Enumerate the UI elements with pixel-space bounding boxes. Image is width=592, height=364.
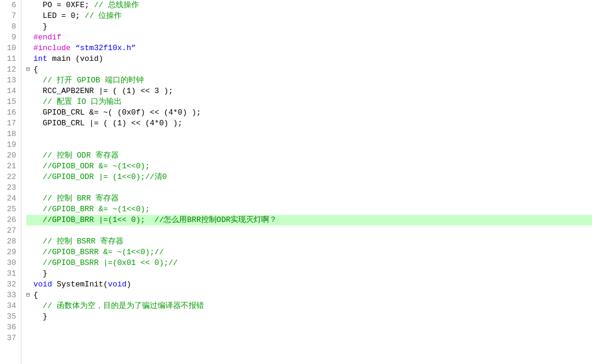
code-line: RCC_APB2ENR |= ( (1) << 3 ); xyxy=(26,86,592,97)
line-number: 22 xyxy=(5,172,16,183)
code-line xyxy=(26,140,592,150)
line-number: 11 xyxy=(5,54,16,64)
line-number: 23 xyxy=(5,183,16,193)
line-number: 36 xyxy=(5,322,16,333)
token: // 控制 ODR 寄存器 xyxy=(43,150,119,161)
code-line xyxy=(26,333,592,344)
token: main (void) xyxy=(47,54,103,64)
line-number: 18 xyxy=(5,129,16,140)
code-line: void SystemInit(void) xyxy=(26,279,592,290)
line-number: 37 xyxy=(5,333,16,344)
code-line: // 控制 ODR 寄存器 xyxy=(26,150,592,161)
line-number: 17 xyxy=(5,118,16,129)
fold-indicator[interactable]: ⊟ xyxy=(26,64,33,75)
token: RCC_APB2ENR |= ( (1) << 3 ); xyxy=(33,86,173,97)
token: LED = 0; xyxy=(33,11,85,21)
line-number: 31 xyxy=(5,269,16,279)
code-line: //GPIOB_ODR &= ~(1<<0); xyxy=(26,161,592,172)
token: PO = 0XFE; xyxy=(33,0,94,11)
fold-indicator[interactable]: ⊟ xyxy=(26,290,33,301)
line-number: 25 xyxy=(5,204,16,215)
code-line xyxy=(26,183,592,193)
code-line: //GPIOB_BSRR &= ~(1<<0);// xyxy=(26,247,592,258)
line-number: 29 xyxy=(5,247,16,258)
code-line xyxy=(26,226,592,236)
token xyxy=(33,150,43,161)
code-line: } xyxy=(26,21,592,32)
token: int xyxy=(33,54,47,64)
token: { xyxy=(33,290,38,301)
line-number: 27 xyxy=(5,226,16,236)
code-line: //GPIOB_BRR |=(1<< 0); //怎么用BRR控制ODR实现灭灯… xyxy=(26,215,592,226)
code-line xyxy=(26,129,592,140)
line-number: 21 xyxy=(5,161,16,172)
code-content[interactable]: PO = 0XFE; // 总线操作 LED = 0; // 位操作 }#end… xyxy=(21,0,592,364)
code-line: //GPIOB_BRR &= ~(1<<0); xyxy=(26,204,592,215)
token xyxy=(33,97,43,107)
line-numbers: 6789101112131415161718192021222324252627… xyxy=(0,0,21,364)
line-number: 24 xyxy=(5,193,16,204)
token: // 函数体为空，目的是为了骗过编译器不报错 xyxy=(43,301,204,311)
code-line: #endif xyxy=(26,32,592,43)
line-number: 20 xyxy=(5,150,16,161)
code-line: // 控制 BRR 寄存器 xyxy=(26,193,592,204)
line-number: 9 xyxy=(5,32,16,43)
token: //GPIOB_BRR |=(1<< 0); //怎么用BRR控制ODR实现灭灯… xyxy=(33,215,277,226)
code-line: PO = 0XFE; // 总线操作 xyxy=(26,0,592,11)
line-number: 7 xyxy=(5,11,16,21)
line-number: 15 xyxy=(5,97,16,107)
code-line xyxy=(26,322,592,333)
code-line: ⊟{ xyxy=(26,290,592,301)
line-number: 14 xyxy=(5,86,16,97)
line-number: 6 xyxy=(5,0,16,11)
line-number: 30 xyxy=(5,258,16,269)
token: void xyxy=(33,279,52,290)
line-number: 35 xyxy=(5,311,16,322)
code-line: //GPIOB_ODR |= (1<<0);//清0 xyxy=(26,172,592,183)
token: “stm32f10x.h” xyxy=(75,43,135,54)
code-line: // 配置 IO 口为输出 xyxy=(26,97,592,107)
line-number: 34 xyxy=(5,301,16,311)
token: } xyxy=(33,311,47,322)
token: //GPIOB_BRR &= ~(1<<0); xyxy=(33,204,150,215)
token: GPIOB_CRL &= ~( (0x0f) << (4*0) ); xyxy=(33,107,201,118)
token: SystemInit( xyxy=(52,279,108,290)
token: { xyxy=(33,64,38,75)
code-line: } xyxy=(26,269,592,279)
token xyxy=(33,236,43,247)
token xyxy=(33,75,43,86)
token: //GPIOB_ODR |= (1<<0);//清0 xyxy=(33,172,167,183)
token: // 总线操作 xyxy=(94,0,138,11)
code-line: LED = 0; // 位操作 xyxy=(26,11,592,21)
code-line: GPIOB_CRL |= ( (1) << (4*0) ); xyxy=(26,118,592,129)
token: #include xyxy=(33,43,75,54)
code-line: int main (void) xyxy=(26,54,592,64)
token: } xyxy=(33,21,47,32)
line-number: 19 xyxy=(5,140,16,150)
token: GPIOB_CRL |= ( (1) << (4*0) ); xyxy=(33,118,183,129)
token: } xyxy=(33,269,47,279)
line-number: 13 xyxy=(5,75,16,86)
token: // 配置 IO 口为输出 xyxy=(43,97,122,107)
token: #endif xyxy=(33,32,61,43)
code-line: // 打开 GPIOB 端口的时钟 xyxy=(26,75,592,86)
code-line: GPIOB_CRL &= ~( (0x0f) << (4*0) ); xyxy=(26,107,592,118)
token: // 打开 GPIOB 端口的时钟 xyxy=(43,75,144,86)
line-number: 26 xyxy=(5,215,16,226)
line-number: 32 xyxy=(5,279,16,290)
line-number: 28 xyxy=(5,236,16,247)
code-editor: 6789101112131415161718192021222324252627… xyxy=(0,0,592,364)
token xyxy=(33,301,43,311)
token: //GPIOB_ODR &= ~(1<<0); xyxy=(33,161,150,172)
token: // 位操作 xyxy=(85,11,122,21)
line-number: 8 xyxy=(5,21,16,32)
code-line: // 函数体为空，目的是为了骗过编译器不报错 xyxy=(26,301,592,311)
token: //GPIOB_BSRR &= ~(1<<0);// xyxy=(33,247,164,258)
code-line: #include “stm32f10x.h” xyxy=(26,43,592,54)
token: // 控制 BSRR 寄存器 xyxy=(43,236,124,247)
token: // 控制 BRR 寄存器 xyxy=(43,193,119,204)
line-number: 16 xyxy=(5,107,16,118)
line-number: 12 xyxy=(5,64,16,75)
line-number: 33 xyxy=(5,290,16,301)
code-line: //GPIOB_BSRR |=(0x01 << 0);// xyxy=(26,258,592,269)
